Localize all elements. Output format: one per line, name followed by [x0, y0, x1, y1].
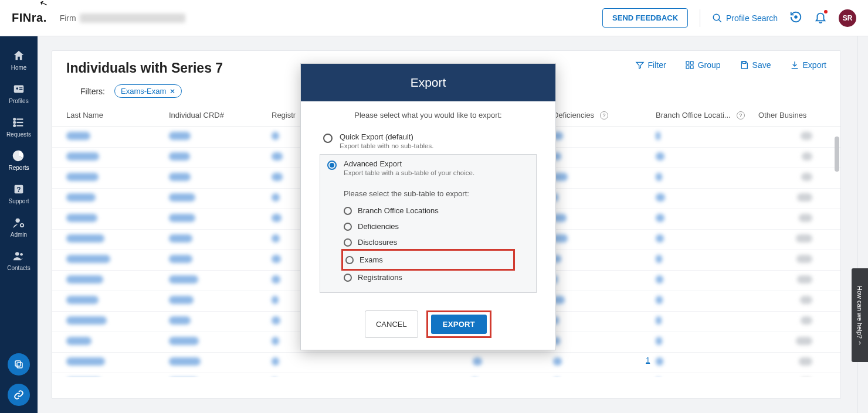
history-icon[interactable] [789, 11, 802, 26]
subtable-prompt: Please select the sub-table to export: [320, 181, 536, 203]
svg-rect-22 [690, 62, 693, 64]
sidebar: Home Profiles Requests Reports ? Support… [0, 36, 38, 413]
advanced-export-box: Advanced Export Export table with a sub-… [320, 154, 537, 293]
notification-dot [823, 9, 829, 15]
svg-point-16 [21, 224, 24, 227]
svg-rect-24 [690, 66, 693, 69]
col-branch[interactable]: Branch Office Locati...? [656, 111, 758, 120]
sidebar-item-label: Home [11, 64, 27, 71]
export-action[interactable]: Export [790, 60, 826, 70]
export-highlight: EXPORT [426, 310, 491, 338]
group-action[interactable]: Group [685, 60, 721, 70]
filters-label: Filters: [80, 87, 105, 96]
radio-icon [344, 207, 352, 215]
radio-icon [344, 223, 352, 231]
divider [700, 9, 700, 27]
filter-chip-label: Exams-Exam [121, 87, 166, 95]
modal-title: Export [301, 64, 555, 101]
svg-rect-19 [17, 363, 22, 368]
radio-icon [323, 134, 333, 143]
svg-point-10 [13, 118, 15, 120]
svg-rect-20 [15, 361, 21, 366]
export-icon [790, 60, 799, 70]
sub-option-registrations[interactable]: Registrations [320, 269, 536, 285]
sub-option-branch-office-locations[interactable]: Branch Office Locations [320, 203, 536, 219]
sub-option-label: Registrations [358, 273, 402, 282]
col-crd[interactable]: Individual CRD# [169, 111, 272, 120]
list-icon [12, 116, 25, 129]
svg-rect-6 [19, 89, 22, 90]
svg-point-0 [713, 14, 720, 21]
radio-quick-export[interactable]: Quick Export (default) Export table with… [316, 128, 540, 154]
table-row[interactable] [52, 373, 840, 377]
sidebar-item-requests[interactable]: Requests [0, 110, 38, 144]
radio-label: Quick Export (default) [340, 132, 433, 141]
radio-sublabel: Export table with no sub-tables. [340, 142, 433, 149]
export-button[interactable]: EXPORT [431, 315, 487, 334]
sidebar-item-profiles[interactable]: Profiles [0, 77, 38, 110]
avatar[interactable]: SR [839, 9, 856, 27]
col-other[interactable]: Other Busines [758, 111, 826, 120]
svg-rect-21 [686, 62, 689, 64]
cancel-button[interactable]: CANCEL [365, 310, 418, 338]
sidebar-item-label: Contacts [7, 265, 30, 271]
table-row[interactable] [52, 353, 840, 373]
svg-point-15 [16, 219, 20, 223]
send-feedback-button[interactable]: SEND FEEDBACK [602, 8, 688, 28]
sub-option-exams[interactable]: Exams [345, 252, 511, 268]
modal-prompt: Please select what you would like to exp… [316, 111, 540, 120]
sidebar-item-reports[interactable]: Reports [0, 144, 38, 177]
sidebar-item-support[interactable]: ? Support [0, 177, 38, 210]
scrollbar-thumb[interactable] [835, 136, 839, 172]
svg-point-4 [16, 87, 18, 90]
filter-label: Filter [648, 60, 666, 70]
help-tab[interactable]: How can we help? ‹ [852, 268, 868, 362]
svg-line-1 [718, 19, 721, 22]
svg-rect-25 [742, 62, 745, 63]
page-title: Individuals with Series 7 [66, 60, 223, 76]
svg-point-12 [13, 125, 15, 127]
col-deficiencies[interactable]: Deficiencies? [553, 111, 656, 120]
filter-icon [635, 60, 645, 70]
svg-rect-23 [686, 66, 689, 69]
svg-point-18 [20, 253, 23, 256]
sidebar-round-link[interactable] [8, 384, 30, 406]
notifications-icon[interactable] [814, 11, 827, 26]
sidebar-round-copy[interactable] [8, 353, 30, 376]
filter-action[interactable]: Filter [635, 60, 666, 70]
sub-option-deficiencies[interactable]: Deficiencies [320, 219, 536, 234]
svg-point-11 [13, 122, 15, 124]
help-icon[interactable]: ? [737, 111, 745, 120]
copy-icon [13, 359, 24, 370]
sidebar-item-label: Reports [8, 165, 29, 171]
filter-chip[interactable]: Exams-Exam ✕ [114, 84, 182, 98]
export-label: Export [803, 60, 826, 70]
save-icon [740, 60, 749, 70]
sub-option-disclosures[interactable]: Disclosures [320, 234, 536, 250]
top-bar: FINra. Firm SEND FEEDBACK Profile Search… [0, 0, 868, 36]
user-cog-icon [12, 216, 25, 229]
close-icon[interactable]: ✕ [169, 87, 175, 95]
question-icon: ? [12, 183, 25, 196]
radio-icon [327, 161, 337, 170]
sidebar-item-admin[interactable]: Admin [0, 210, 38, 244]
help-icon[interactable]: ? [600, 111, 608, 120]
firm-label: Firm [60, 13, 76, 23]
sub-option-label: Exams [360, 255, 383, 264]
sidebar-item-contacts[interactable]: Contacts [0, 244, 38, 277]
radio-advanced-export[interactable]: Advanced Export Export table with a sub-… [320, 155, 536, 181]
save-action[interactable]: Save [740, 60, 771, 70]
sidebar-item-label: Admin [11, 231, 27, 238]
export-modal: Export Please select what you would like… [300, 63, 556, 350]
sidebar-item-home[interactable]: Home [0, 43, 38, 77]
page-number[interactable]: 1 [646, 356, 650, 364]
profile-search-link[interactable]: Profile Search [712, 13, 778, 23]
users-icon [12, 250, 25, 262]
svg-point-2 [795, 16, 797, 18]
sub-option-label: Deficiencies [358, 222, 399, 231]
profile-search-label: Profile Search [726, 13, 778, 23]
group-icon [685, 60, 694, 70]
radio-icon [344, 238, 352, 247]
col-last-name[interactable]: Last Name [66, 111, 169, 120]
radio-label: Advanced Export [344, 159, 474, 168]
